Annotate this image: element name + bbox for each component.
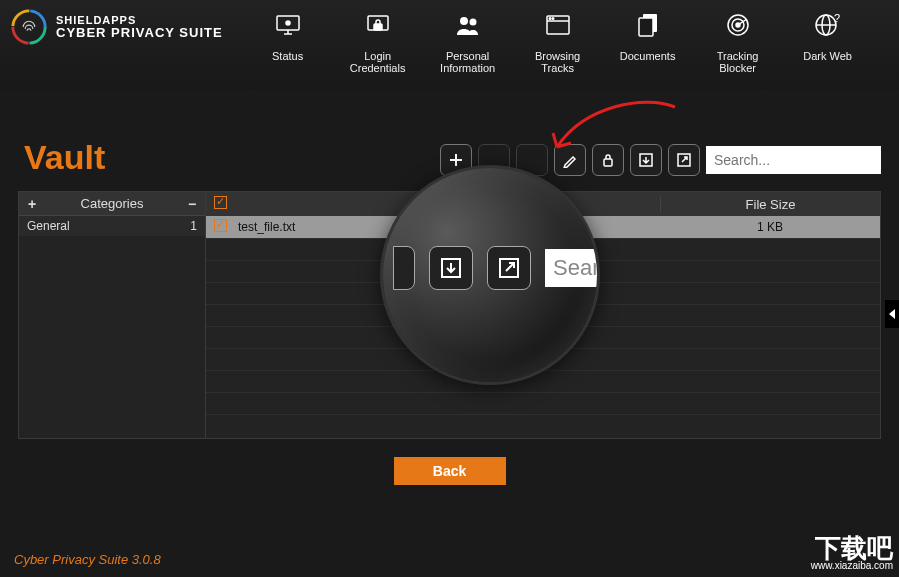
documents-icon	[633, 10, 663, 40]
side-panel-handle[interactable]	[885, 300, 899, 328]
nav-tracking-blocker[interactable]: Tracking Blocker	[703, 10, 773, 74]
nav-login-credentials[interactable]: Login Credentials	[343, 10, 413, 74]
nav-dark-web[interactable]: ? Dark Web	[793, 10, 863, 74]
svg-rect-28	[604, 159, 612, 166]
edit-button[interactable]	[554, 144, 586, 176]
main-nav: Status Login Credentials Personal Inform…	[253, 10, 863, 74]
svg-point-15	[552, 18, 554, 20]
svg-point-11	[469, 19, 476, 26]
nav-personal-info[interactable]: Personal Information	[433, 10, 503, 74]
category-row[interactable]: General 1	[19, 216, 205, 236]
categories-sidebar: + Categories − General 1	[18, 191, 206, 439]
import-button[interactable]	[630, 144, 662, 176]
svg-point-10	[460, 17, 468, 25]
sidebar-title: Categories	[39, 196, 185, 211]
nav-status[interactable]: Status	[253, 10, 323, 74]
page-title: Vault	[24, 138, 105, 177]
category-count: 1	[190, 219, 197, 233]
nav-label: Personal Information	[433, 50, 503, 74]
svg-point-14	[549, 18, 551, 20]
nav-label: Documents	[620, 50, 676, 62]
radar-icon	[723, 10, 753, 40]
lock-button[interactable]	[592, 144, 624, 176]
add-category-button[interactable]: +	[25, 196, 39, 212]
row-checkbox[interactable]	[206, 218, 234, 236]
nav-browsing-tracks[interactable]: Browsing Tracks	[523, 10, 593, 74]
brand: SHIELDAPPS CYBER PRIVACY SUITE	[10, 8, 223, 46]
nav-documents[interactable]: Documents	[613, 10, 683, 74]
people-icon	[453, 10, 483, 40]
category-name: General	[27, 219, 70, 233]
nav-label: Tracking Blocker	[703, 50, 773, 74]
version-label: Cyber Privacy Suite 3.0.8	[14, 552, 161, 567]
mag-import-icon	[429, 246, 473, 290]
svg-rect-9	[374, 24, 382, 30]
mag-export-icon	[487, 246, 531, 290]
globe-question-icon: ?	[813, 10, 843, 40]
watermark-url: www.xiazaiba.com	[811, 561, 893, 571]
remove-category-button[interactable]: −	[185, 196, 199, 212]
nav-label: Status	[272, 50, 303, 62]
back-button[interactable]: Back	[394, 457, 506, 485]
nav-label: Dark Web	[803, 50, 852, 62]
magnifier-overlay: Searc	[380, 165, 600, 385]
monitor-icon	[273, 10, 303, 40]
svg-point-7	[286, 21, 290, 25]
mag-lock-button	[393, 246, 415, 290]
search-input[interactable]	[706, 146, 881, 174]
watermark-text: 下载吧	[815, 533, 893, 563]
brand-logo-icon	[10, 8, 48, 46]
browser-icon	[543, 10, 573, 40]
select-all-checkbox[interactable]	[206, 195, 234, 213]
nav-label: Browsing Tracks	[523, 50, 593, 74]
column-filesize[interactable]: File Size	[660, 197, 880, 212]
svg-rect-17	[639, 18, 653, 36]
export-button[interactable]	[668, 144, 700, 176]
mag-search-preview: Searc	[545, 249, 600, 287]
svg-text:?: ?	[834, 12, 840, 24]
watermark: 下载吧 www.xiazaiba.com	[811, 535, 893, 571]
row-filesize: 1 KB	[660, 220, 880, 234]
nav-label: Login Credentials	[343, 50, 413, 74]
lock-icon	[363, 10, 393, 40]
brand-line2: CYBER PRIVACY SUITE	[56, 26, 223, 40]
